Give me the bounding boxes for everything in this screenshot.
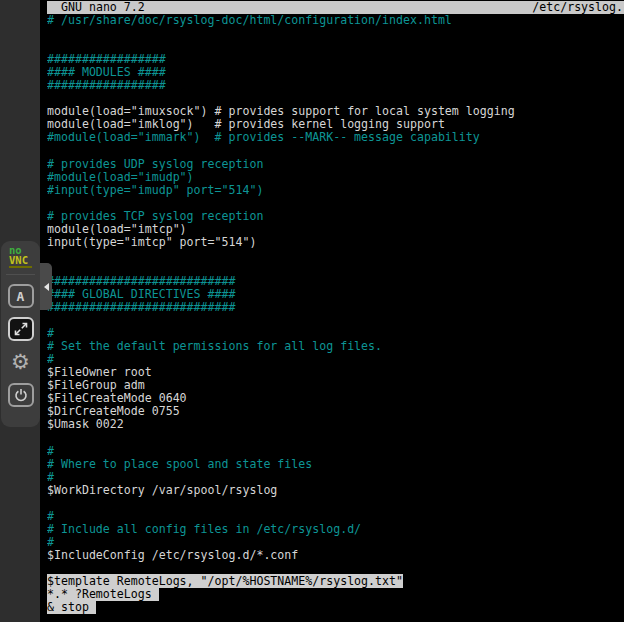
editor-line: $WorkDirectory /var/spool/rsyslog (47, 484, 624, 497)
editor-line: ########################### (47, 301, 624, 314)
power-icon (14, 388, 28, 402)
editor-line (47, 432, 624, 445)
editor-line: ################# (47, 79, 624, 92)
gear-icon: ⚙ (11, 352, 30, 373)
editor-line (47, 497, 624, 510)
keycap-a-icon: A (17, 289, 25, 304)
editor-line: # Set the default permissions for all lo… (47, 340, 624, 353)
novnc-logo: no VNC (9, 245, 32, 268)
collapse-left-icon (44, 283, 49, 291)
novnc-logo-underline (9, 266, 32, 268)
settings-button[interactable]: ⚙ (8, 350, 34, 374)
power-button[interactable] (8, 383, 34, 407)
editor-line: & stop (47, 601, 624, 614)
novnc-logo-vnc: VNC (9, 255, 32, 265)
editor-line: $Umask 0022 (47, 418, 624, 431)
editor-line: #input(type="imudp" port="514") (47, 184, 624, 197)
novnc-control-bar: no VNC A ⚙ (1, 241, 40, 427)
control-bar-separator (6, 274, 35, 275)
editor-line (47, 614, 624, 622)
nano-version-label: GNU nano 7.2 (61, 1, 145, 14)
control-bar-handle[interactable] (40, 263, 52, 310)
editor-line: # /usr/share/doc/rsyslog-doc/html/config… (47, 14, 624, 27)
editor-line: #module(load="immark") # provides --MARK… (47, 131, 624, 144)
editor-line: # Where to place spool and state files (47, 458, 624, 471)
keyboard-button[interactable]: A (8, 284, 34, 308)
editor-line (47, 314, 624, 327)
editor-line (47, 27, 624, 40)
editor-line: $IncludeConfig /etc/rsyslog.d/*.conf (47, 549, 624, 562)
editor-line (47, 249, 624, 262)
editor-line: $DirCreateMode 0755 (47, 405, 624, 418)
fullscreen-button[interactable] (8, 317, 34, 341)
nano-filename-label: /etc/rsyslog. (532, 1, 623, 14)
vnc-terminal-screen[interactable]: GNU nano 7.2 /etc/rsyslog. # /usr/share/… (40, 0, 624, 622)
editor-line: # Include all config files in /etc/rsysl… (47, 523, 624, 536)
editor-content[interactable]: # /usr/share/doc/rsyslog-doc/html/config… (47, 14, 624, 622)
editor-line: input(type="imtcp" port="514") (47, 236, 624, 249)
editor-line: *.* ?RemoteLogs (47, 588, 624, 601)
fullscreen-icon (14, 322, 28, 336)
nano-titlebar: GNU nano 7.2 /etc/rsyslog. (47, 1, 624, 14)
